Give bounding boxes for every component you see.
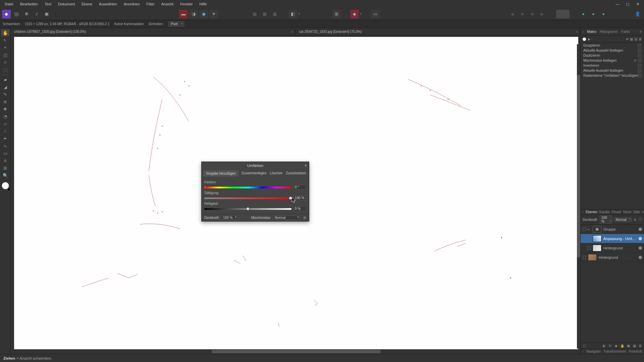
dialog-titlebar[interactable]: Umfärben × [202, 162, 309, 169]
add-preset-button[interactable]: Vorgabe hinzufügen [204, 171, 238, 176]
lightness-value[interactable]: 0 % [293, 206, 306, 211]
grid-2-icon[interactable]: ▦ [260, 10, 269, 18]
close-icon[interactable]: × [305, 163, 307, 168]
layer-checkbox[interactable] [583, 256, 586, 259]
tab-styles[interactable]: Stile [633, 210, 640, 214]
align-2-icon[interactable]: ■ [518, 10, 527, 18]
layer-row[interactable]: Hintergrund [581, 253, 644, 262]
checkbox[interactable]: ✓ [638, 49, 641, 52]
align-4-icon[interactable]: ▶ [538, 10, 547, 18]
group-icon[interactable]: ▣ [626, 344, 631, 348]
visibility-toggle[interactable] [639, 256, 642, 259]
arrange-icon[interactable]: ⊞ [332, 10, 341, 18]
slider-handle[interactable] [289, 196, 292, 200]
dropdown-caret-icon[interactable]: ▾ [299, 12, 300, 15]
adjust-icon[interactable]: ◐ [602, 344, 606, 348]
panel-menu-icon[interactable]: ≡ [642, 210, 644, 214]
dodge-tool-icon[interactable]: ○ [1, 128, 9, 134]
lightness-slider[interactable] [204, 207, 291, 210]
delete-icon[interactable]: 🗑 [638, 344, 643, 348]
cloud-2-icon[interactable]: ● [589, 10, 598, 18]
text-tool-icon[interactable]: A [1, 157, 9, 164]
tab-navigator[interactable]: Navigator [586, 350, 601, 353]
move-tool-icon[interactable]: ↖ [1, 37, 9, 44]
panel-menu-icon[interactable]: ≡ [640, 30, 642, 34]
color-wheel-icon[interactable]: ◉ [199, 10, 208, 18]
marquee-tool-icon[interactable]: ⬚ [1, 66, 9, 73]
tab-channels[interactable]: Kanäle [599, 210, 610, 214]
menu-fenster[interactable]: Fenster [177, 1, 196, 7]
saturation-slider[interactable] [204, 196, 291, 200]
play-macro-icon[interactable]: ▶ [588, 37, 591, 41]
scrollbar-thumb[interactable] [212, 350, 381, 353]
layer-thumbnail[interactable] [593, 245, 601, 251]
saturation-value[interactable]: 100 % [293, 195, 306, 200]
layer-thumbnail[interactable]: ▣ [593, 226, 601, 233]
stamp-tool-icon[interactable]: ⊛ [1, 98, 9, 105]
macro-opt-icon[interactable]: ▤ [634, 37, 637, 41]
tab-stock[interactable]: Stock [623, 210, 631, 214]
shape-tool-icon[interactable]: ▭ [1, 150, 9, 157]
slider-handle[interactable] [246, 207, 250, 210]
merge-button[interactable]: Zusammenlegen [241, 171, 266, 176]
reset-button[interactable]: Zurücksetzen [286, 171, 306, 176]
macro-opt-icon[interactable]: ⇄ [626, 37, 629, 41]
checkbox[interactable]: ✓ [638, 44, 641, 47]
account-icon[interactable]: 👤 [633, 10, 642, 18]
menu-bearbeiten[interactable]: Bearbeiten [17, 1, 41, 7]
macro-item[interactable]: Gruppieren✓ [581, 43, 644, 48]
macro-opt-icon[interactable]: 🗑 [639, 37, 642, 41]
record-macro-icon[interactable] [583, 38, 586, 41]
zoom-tool-icon[interactable]: 🔍 [1, 172, 9, 179]
menu-auswählen[interactable]: Auswählen [96, 1, 120, 7]
cloud-3-icon[interactable]: ● [599, 10, 608, 18]
panel-collapse-icon[interactable]: ‹ [583, 210, 584, 214]
macro-item[interactable]: Duplizieren✓ [581, 53, 644, 58]
tab-macro[interactable]: Makro [587, 30, 596, 34]
macro-item[interactable]: Mischmodus festlegen⚙✓ [581, 58, 644, 63]
menu-hilfe[interactable]: Hilfe [196, 1, 210, 7]
dropdown-caret-icon[interactable]: ▾ [360, 12, 362, 15]
align-1-icon[interactable]: ◀ [508, 10, 517, 18]
checkbox[interactable]: ✓ [638, 59, 641, 62]
tab-transform[interactable]: Transformieren [603, 350, 626, 353]
app-logo-icon[interactable]: ◆ [2, 10, 11, 18]
menu-ansicht[interactable]: Ansicht [158, 1, 177, 7]
visibility-toggle[interactable] [639, 237, 642, 240]
selection-mode-icon[interactable]: ▬ [179, 10, 188, 18]
opacity-dropdown[interactable]: 100 % [600, 216, 612, 224]
grid-1-icon[interactable]: ▦ [250, 10, 259, 18]
fx-icon[interactable]: ⓘ [639, 217, 642, 222]
visibility-toggle[interactable] [639, 228, 642, 231]
recolor-dialog[interactable]: Umfärben × Vorgabe hinzufügen Zusammenle… [201, 162, 309, 222]
persona-liquify-icon[interactable]: ✻ [22, 10, 31, 18]
snapshot-icon[interactable]: ▭ [371, 10, 380, 18]
tab-history[interactable]: Protokoll [629, 350, 642, 353]
horizontal-scrollbar[interactable] [14, 350, 578, 353]
checkbox[interactable]: ✓ [638, 54, 641, 57]
document-tab[interactable]: children-1879907_1920.jpg [Geändert] (10… [11, 28, 296, 35]
tab-brushes[interactable]: Pinsel [612, 210, 621, 214]
quickmask-icon[interactable]: ◑ [189, 10, 198, 18]
layer-row[interactable]: Anpassung - Umfärben [581, 234, 644, 243]
layer-checkbox[interactable] [587, 237, 591, 240]
mesh-tool-icon[interactable]: ⊞ [1, 165, 9, 171]
scrollbar-thumb[interactable] [577, 75, 580, 257]
crop-tool-icon[interactable]: ◫ [1, 52, 9, 58]
macro-item[interactable]: Aktuelle Auswahl festlegen✓ [581, 68, 644, 73]
erase-tool-icon[interactable]: ▱ [1, 120, 9, 127]
gear-icon[interactable]: ⚙ [303, 216, 306, 220]
refine-icon[interactable]: ✦ [209, 10, 218, 18]
record-icon[interactable]: ◆ [350, 10, 359, 18]
layer-row[interactable]: ▸▣Gruppe [581, 225, 644, 234]
zoom-display[interactable] [556, 10, 570, 18]
menu-datei[interactable]: Datei [1, 1, 17, 7]
checkbox[interactable]: ✓ [638, 64, 641, 67]
checkbox[interactable]: ✓ [638, 69, 641, 72]
persona-develop-icon[interactable]: ⫽ [32, 10, 41, 18]
macro-item[interactable]: Rasterebene "Umfärben" hinzufügen✓ [581, 73, 644, 78]
menu-text[interactable]: Text [41, 1, 55, 7]
layer-row[interactable]: Hintergrund [581, 243, 644, 253]
hand-tool-icon[interactable]: ✋ [1, 29, 9, 36]
crop-mode-icon[interactable]: ◧ [288, 10, 297, 18]
